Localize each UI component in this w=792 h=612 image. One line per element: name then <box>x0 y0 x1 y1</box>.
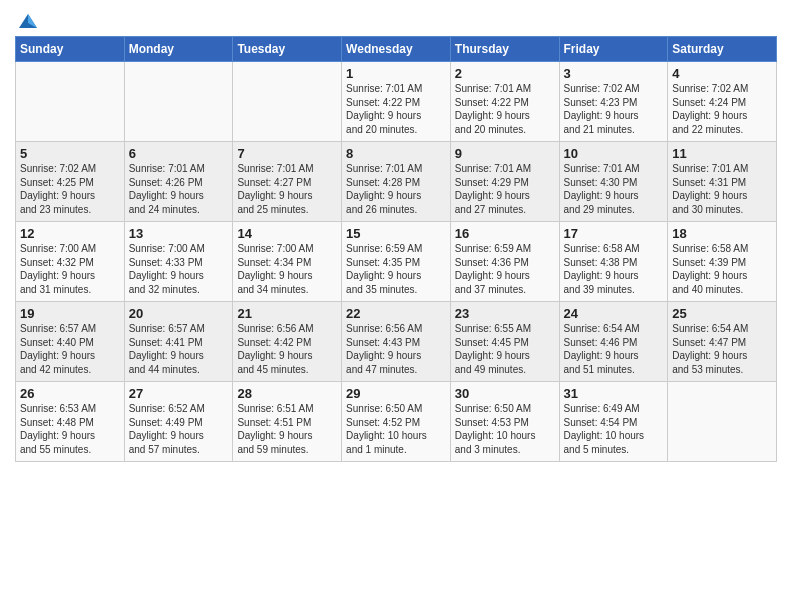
day-info: Sunrise: 6:57 AMSunset: 4:41 PMDaylight:… <box>129 322 229 376</box>
day-number: 5 <box>20 146 120 161</box>
day-info: Sunrise: 7:02 AMSunset: 4:25 PMDaylight:… <box>20 162 120 216</box>
logo-icon <box>17 10 39 32</box>
day-cell: 11Sunrise: 7:01 AMSunset: 4:31 PMDayligh… <box>668 142 777 222</box>
day-number: 15 <box>346 226 446 241</box>
day-number: 25 <box>672 306 772 321</box>
day-info: Sunrise: 7:00 AMSunset: 4:33 PMDaylight:… <box>129 242 229 296</box>
day-info: Sunrise: 7:01 AMSunset: 4:22 PMDaylight:… <box>455 82 555 136</box>
week-row-2: 5Sunrise: 7:02 AMSunset: 4:25 PMDaylight… <box>16 142 777 222</box>
day-number: 20 <box>129 306 229 321</box>
day-info: Sunrise: 6:50 AMSunset: 4:52 PMDaylight:… <box>346 402 446 456</box>
day-number: 7 <box>237 146 337 161</box>
day-info: Sunrise: 6:55 AMSunset: 4:45 PMDaylight:… <box>455 322 555 376</box>
day-number: 28 <box>237 386 337 401</box>
weekday-header-monday: Monday <box>124 37 233 62</box>
day-info: Sunrise: 7:00 AMSunset: 4:34 PMDaylight:… <box>237 242 337 296</box>
week-row-4: 19Sunrise: 6:57 AMSunset: 4:40 PMDayligh… <box>16 302 777 382</box>
day-info: Sunrise: 7:02 AMSunset: 4:23 PMDaylight:… <box>564 82 664 136</box>
day-info: Sunrise: 6:54 AMSunset: 4:46 PMDaylight:… <box>564 322 664 376</box>
day-cell: 22Sunrise: 6:56 AMSunset: 4:43 PMDayligh… <box>342 302 451 382</box>
day-number: 29 <box>346 386 446 401</box>
day-number: 9 <box>455 146 555 161</box>
day-number: 18 <box>672 226 772 241</box>
day-cell: 2Sunrise: 7:01 AMSunset: 4:22 PMDaylight… <box>450 62 559 142</box>
day-cell: 30Sunrise: 6:50 AMSunset: 4:53 PMDayligh… <box>450 382 559 462</box>
day-number: 12 <box>20 226 120 241</box>
day-number: 27 <box>129 386 229 401</box>
day-info: Sunrise: 6:56 AMSunset: 4:42 PMDaylight:… <box>237 322 337 376</box>
day-cell: 4Sunrise: 7:02 AMSunset: 4:24 PMDaylight… <box>668 62 777 142</box>
day-cell: 8Sunrise: 7:01 AMSunset: 4:28 PMDaylight… <box>342 142 451 222</box>
weekday-header-friday: Friday <box>559 37 668 62</box>
day-cell: 12Sunrise: 7:00 AMSunset: 4:32 PMDayligh… <box>16 222 125 302</box>
week-row-3: 12Sunrise: 7:00 AMSunset: 4:32 PMDayligh… <box>16 222 777 302</box>
day-number: 23 <box>455 306 555 321</box>
day-cell: 17Sunrise: 6:58 AMSunset: 4:38 PMDayligh… <box>559 222 668 302</box>
day-cell: 23Sunrise: 6:55 AMSunset: 4:45 PMDayligh… <box>450 302 559 382</box>
day-info: Sunrise: 7:00 AMSunset: 4:32 PMDaylight:… <box>20 242 120 296</box>
day-info: Sunrise: 7:01 AMSunset: 4:22 PMDaylight:… <box>346 82 446 136</box>
day-cell <box>233 62 342 142</box>
day-cell: 16Sunrise: 6:59 AMSunset: 4:36 PMDayligh… <box>450 222 559 302</box>
day-info: Sunrise: 6:59 AMSunset: 4:35 PMDaylight:… <box>346 242 446 296</box>
week-row-5: 26Sunrise: 6:53 AMSunset: 4:48 PMDayligh… <box>16 382 777 462</box>
week-row-1: 1Sunrise: 7:01 AMSunset: 4:22 PMDaylight… <box>16 62 777 142</box>
day-number: 3 <box>564 66 664 81</box>
day-number: 21 <box>237 306 337 321</box>
day-cell: 19Sunrise: 6:57 AMSunset: 4:40 PMDayligh… <box>16 302 125 382</box>
day-cell: 7Sunrise: 7:01 AMSunset: 4:27 PMDaylight… <box>233 142 342 222</box>
day-info: Sunrise: 6:49 AMSunset: 4:54 PMDaylight:… <box>564 402 664 456</box>
calendar-body: 1Sunrise: 7:01 AMSunset: 4:22 PMDaylight… <box>16 62 777 462</box>
day-info: Sunrise: 7:01 AMSunset: 4:28 PMDaylight:… <box>346 162 446 216</box>
day-cell: 18Sunrise: 6:58 AMSunset: 4:39 PMDayligh… <box>668 222 777 302</box>
weekday-header-tuesday: Tuesday <box>233 37 342 62</box>
day-cell: 26Sunrise: 6:53 AMSunset: 4:48 PMDayligh… <box>16 382 125 462</box>
day-number: 26 <box>20 386 120 401</box>
day-number: 16 <box>455 226 555 241</box>
day-cell: 13Sunrise: 7:00 AMSunset: 4:33 PMDayligh… <box>124 222 233 302</box>
day-number: 1 <box>346 66 446 81</box>
day-info: Sunrise: 6:57 AMSunset: 4:40 PMDaylight:… <box>20 322 120 376</box>
day-cell: 6Sunrise: 7:01 AMSunset: 4:26 PMDaylight… <box>124 142 233 222</box>
day-info: Sunrise: 6:51 AMSunset: 4:51 PMDaylight:… <box>237 402 337 456</box>
day-info: Sunrise: 7:01 AMSunset: 4:31 PMDaylight:… <box>672 162 772 216</box>
day-info: Sunrise: 6:54 AMSunset: 4:47 PMDaylight:… <box>672 322 772 376</box>
day-cell: 27Sunrise: 6:52 AMSunset: 4:49 PMDayligh… <box>124 382 233 462</box>
day-info: Sunrise: 7:01 AMSunset: 4:29 PMDaylight:… <box>455 162 555 216</box>
day-number: 19 <box>20 306 120 321</box>
day-info: Sunrise: 6:52 AMSunset: 4:49 PMDaylight:… <box>129 402 229 456</box>
day-cell: 3Sunrise: 7:02 AMSunset: 4:23 PMDaylight… <box>559 62 668 142</box>
day-cell <box>668 382 777 462</box>
day-cell <box>124 62 233 142</box>
day-info: Sunrise: 6:56 AMSunset: 4:43 PMDaylight:… <box>346 322 446 376</box>
day-number: 24 <box>564 306 664 321</box>
day-cell: 15Sunrise: 6:59 AMSunset: 4:35 PMDayligh… <box>342 222 451 302</box>
day-cell: 10Sunrise: 7:01 AMSunset: 4:30 PMDayligh… <box>559 142 668 222</box>
weekday-header-saturday: Saturday <box>668 37 777 62</box>
day-number: 31 <box>564 386 664 401</box>
weekday-header-row: SundayMondayTuesdayWednesdayThursdayFrid… <box>16 37 777 62</box>
day-number: 8 <box>346 146 446 161</box>
day-info: Sunrise: 6:53 AMSunset: 4:48 PMDaylight:… <box>20 402 120 456</box>
weekday-header-sunday: Sunday <box>16 37 125 62</box>
weekday-header-thursday: Thursday <box>450 37 559 62</box>
day-number: 4 <box>672 66 772 81</box>
day-info: Sunrise: 6:58 AMSunset: 4:39 PMDaylight:… <box>672 242 772 296</box>
day-info: Sunrise: 6:59 AMSunset: 4:36 PMDaylight:… <box>455 242 555 296</box>
day-cell: 28Sunrise: 6:51 AMSunset: 4:51 PMDayligh… <box>233 382 342 462</box>
day-info: Sunrise: 7:01 AMSunset: 4:27 PMDaylight:… <box>237 162 337 216</box>
calendar-header: SundayMondayTuesdayWednesdayThursdayFrid… <box>16 37 777 62</box>
day-info: Sunrise: 6:50 AMSunset: 4:53 PMDaylight:… <box>455 402 555 456</box>
header <box>15 10 777 28</box>
day-cell: 9Sunrise: 7:01 AMSunset: 4:29 PMDaylight… <box>450 142 559 222</box>
day-number: 13 <box>129 226 229 241</box>
day-number: 10 <box>564 146 664 161</box>
day-info: Sunrise: 7:01 AMSunset: 4:26 PMDaylight:… <box>129 162 229 216</box>
day-cell: 1Sunrise: 7:01 AMSunset: 4:22 PMDaylight… <box>342 62 451 142</box>
day-number: 22 <box>346 306 446 321</box>
day-cell <box>16 62 125 142</box>
day-cell: 24Sunrise: 6:54 AMSunset: 4:46 PMDayligh… <box>559 302 668 382</box>
weekday-header-wednesday: Wednesday <box>342 37 451 62</box>
day-info: Sunrise: 7:01 AMSunset: 4:30 PMDaylight:… <box>564 162 664 216</box>
day-cell: 14Sunrise: 7:00 AMSunset: 4:34 PMDayligh… <box>233 222 342 302</box>
